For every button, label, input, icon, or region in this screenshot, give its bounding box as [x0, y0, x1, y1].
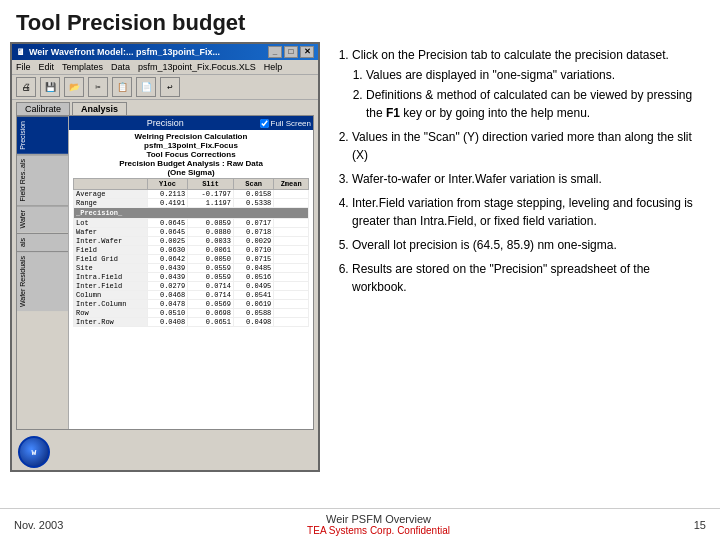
page-footer: Nov. 2003 Weir PSFM Overview TEA Systems…: [0, 508, 720, 540]
row-label: Field Grid: [74, 255, 148, 264]
table-row: Column 0.0468 0.0714 0.0541: [74, 291, 309, 300]
row-scan: 0.0710: [234, 246, 274, 255]
table-row: Inter.Field 0.0279 0.0714 0.0495: [74, 282, 309, 291]
instructions-panel: Click on the Precision tab to calculate …: [332, 42, 710, 534]
fullscreen-checkbox[interactable]: [260, 119, 269, 128]
maximize-button[interactable]: □: [284, 46, 298, 58]
row-label: Row: [74, 309, 148, 318]
row-yloc: 0.0478: [147, 300, 187, 309]
row-scan: 0.0498: [234, 318, 274, 327]
row-yloc: 0.0642: [147, 255, 187, 264]
row-slit: 0.0559: [188, 264, 234, 273]
close-button[interactable]: ✕: [300, 46, 314, 58]
instruction-item-5: Overall lot precision is (64.5, 85.9) nm…: [352, 236, 706, 254]
main-panel: Precision Full Screen Welring Precision …: [69, 116, 313, 429]
row-scan: 0.0485: [234, 264, 274, 273]
toolbar-cut-btn[interactable]: ✂: [88, 77, 108, 97]
row-yloc: 0.0279: [147, 282, 187, 291]
app-screenshot: 🖥 Weir Wavefront Model:... psfm_13point_…: [10, 42, 320, 472]
instruction-1-main: Click on the Precision tab to calculate …: [352, 48, 669, 62]
row-zmean: [274, 264, 309, 273]
app-toolbar: 🖨 💾 📂 ✂ 📋 📄 ↩: [12, 75, 318, 100]
row-label: Inter.Field: [74, 282, 148, 291]
row-yloc: 0.0468: [147, 291, 187, 300]
sidebar-field-residuals[interactable]: Field Res..als: [17, 154, 68, 205]
company-logo: W: [18, 436, 50, 468]
col-header-yloc: Yloc: [147, 179, 187, 190]
menu-edit[interactable]: Edit: [39, 62, 55, 72]
menu-help[interactable]: Help: [264, 62, 283, 72]
col-header-label: [74, 179, 148, 190]
row-scan: 0.0158: [234, 190, 274, 199]
row-scan: 0.0588: [234, 309, 274, 318]
toolbar-copy-btn[interactable]: 📋: [112, 77, 132, 97]
footer-title: Weir PSFM Overview: [307, 513, 450, 525]
toolbar-print-btn[interactable]: 🖨: [16, 77, 36, 97]
tab-analysis[interactable]: Analysis: [72, 102, 127, 115]
instruction-item-4: Inter.Field variation from stage steppin…: [352, 194, 706, 230]
row-label: Field: [74, 246, 148, 255]
calc-heading: Welring Precision Calculation psfm_13poi…: [73, 132, 309, 177]
col-header-slit: Slit: [188, 179, 234, 190]
sidebar-wafer[interactable]: Wafer: [17, 205, 68, 232]
row-slit: 0.0880: [188, 228, 234, 237]
row-scan: 0.0619: [234, 300, 274, 309]
titlebar-text: Weir Wavefront Model:... psfm_13point_Fi…: [29, 47, 268, 57]
row-zmean: [274, 219, 309, 228]
row-slit: 0.0559: [188, 273, 234, 282]
panel-header-title: Precision: [71, 118, 260, 128]
instruction-item-3: Wafer-to-wafer or Inter.Wafer variation …: [352, 170, 706, 188]
row-yloc: 0.0439: [147, 273, 187, 282]
menu-data[interactable]: Data: [111, 62, 130, 72]
row-yloc: 0.0630: [147, 246, 187, 255]
table-row: Field 0.0630 0.0061 0.0710: [74, 246, 309, 255]
minimize-button[interactable]: _: [268, 46, 282, 58]
instruction-item-1: Click on the Precision tab to calculate …: [352, 46, 706, 122]
row-slit: 0.0714: [188, 282, 234, 291]
sidebar-precision[interactable]: Precision: [17, 116, 68, 154]
precision-table: Yloc Slit Scan Zmean Average 0.2113 -0.1…: [73, 178, 309, 327]
table-row: Wafer 0.0645 0.0880 0.0718: [74, 228, 309, 237]
footer-date: Nov. 2003: [14, 519, 63, 531]
sidebar-wafer-residuals[interactable]: Wafer Residuals: [17, 251, 68, 311]
table-row: Inter.Column 0.0478 0.0569 0.0619: [74, 300, 309, 309]
row-zmean: [274, 190, 309, 199]
toolbar-save-btn[interactable]: 💾: [40, 77, 60, 97]
row-yloc: 0.0645: [147, 219, 187, 228]
toolbar-open-btn[interactable]: 📂: [64, 77, 84, 97]
toolbar-arrow-btn[interactable]: ↩: [160, 77, 180, 97]
sidebar-als[interactable]: als: [17, 233, 68, 251]
row-zmean: [274, 199, 309, 208]
row-scan: 0.0718: [234, 228, 274, 237]
row-yloc: 0.2113: [147, 190, 187, 199]
toolbar-paste-btn[interactable]: 📄: [136, 77, 156, 97]
row-label: Inter.Column: [74, 300, 148, 309]
row-zmean: [274, 318, 309, 327]
menu-templates[interactable]: Templates: [62, 62, 103, 72]
row-yloc: 0.0510: [147, 309, 187, 318]
menu-filename[interactable]: psfm_13point_Fix.Focus.XLS: [138, 62, 256, 72]
row-scan: 0.0715: [234, 255, 274, 264]
row-label: Intra.Field: [74, 273, 148, 282]
app-footer: W: [12, 434, 318, 470]
app-icon: 🖥: [16, 47, 25, 57]
menu-file[interactable]: File: [16, 62, 31, 72]
row-slit: 0.0714: [188, 291, 234, 300]
row-zmean: [274, 291, 309, 300]
row-scan: 0.0516: [234, 273, 274, 282]
app-menubar: File Edit Templates Data psfm_13point_Fi…: [12, 60, 318, 75]
table-row: Site 0.0439 0.0559 0.0485: [74, 264, 309, 273]
tab-calibrate[interactable]: Calibrate: [16, 102, 70, 115]
row-slit: 0.0033: [188, 237, 234, 246]
instruction-1-sub2: Definitions & method of calculated can b…: [366, 86, 706, 122]
row-label: Site: [74, 264, 148, 273]
table-row: Intra.Field 0.0439 0.0559 0.0516: [74, 273, 309, 282]
sidebar-panels: Precision Field Res..als Wafer als Wafer…: [17, 116, 69, 429]
row-slit: 0.0651: [188, 318, 234, 327]
col-header-scan: Scan: [234, 179, 274, 190]
row-slit: 0.0859: [188, 219, 234, 228]
row-slit: -0.1797: [188, 190, 234, 199]
row-zmean: [274, 282, 309, 291]
table-row: Inter.Wafer 0.0025 0.0033 0.0029: [74, 237, 309, 246]
row-label: Range: [74, 199, 148, 208]
